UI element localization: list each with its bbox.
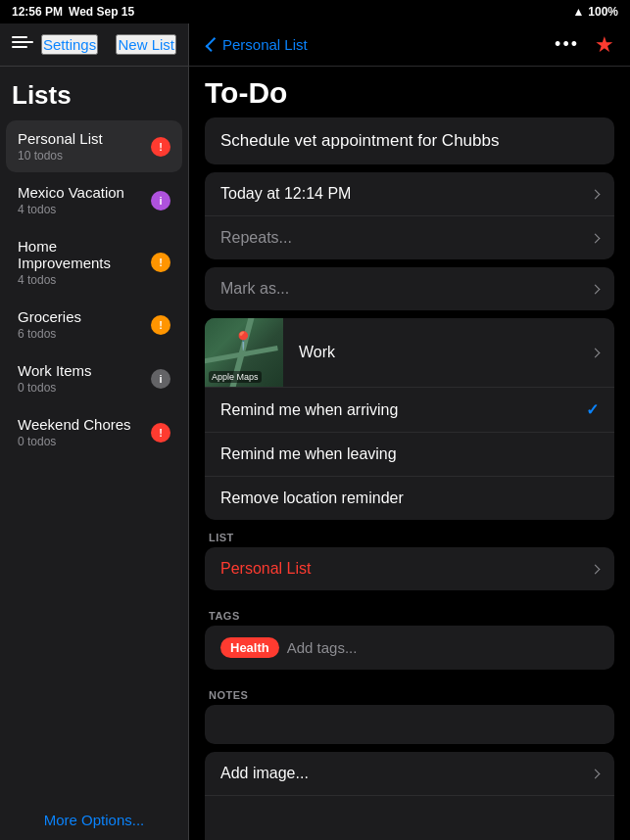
chevron-right-icon	[591, 233, 601, 243]
back-button[interactable]: Personal List	[205, 36, 308, 53]
image-preview-area	[205, 796, 614, 840]
more-options-button[interactable]: More Options...	[0, 800, 188, 840]
battery-icon: 100%	[588, 5, 618, 19]
list-section-header: LIST	[205, 520, 614, 547]
list-item-count: 0 todos	[18, 435, 131, 448]
list-item-name: Mexico Vacation	[18, 184, 124, 201]
sidebar-item-home[interactable]: Home Improvements 4 todos !	[6, 228, 182, 297]
sidebar-title: Lists	[0, 67, 188, 118]
star-button[interactable]: ★	[595, 32, 614, 58]
remind-leaving-label: Remind me when leaving	[220, 445, 397, 463]
remind-leaving-row[interactable]: Remind me when leaving	[205, 433, 614, 477]
list-section-card[interactable]: Personal List	[205, 547, 614, 590]
sidebar-nav: Settings New List	[0, 23, 188, 67]
list-badge: !	[151, 315, 170, 335]
list-item-name: Personal List	[18, 130, 103, 147]
mark-as-row[interactable]: Mark as...	[205, 267, 614, 310]
datetime-label: Today at 12:14 PM	[220, 185, 351, 203]
page-title: To-Do	[205, 76, 614, 110]
status-bar: 12:56 PM Wed Sep 15 ▲ 100%	[0, 0, 630, 23]
detail-content: Schedule vet appointment for Chubbs Toda…	[189, 117, 630, 840]
sidebar-item-groceries[interactable]: Groceries 6 todos !	[6, 299, 182, 350]
list-item-count: 6 todos	[18, 327, 81, 341]
settings-button[interactable]: Settings	[41, 34, 98, 55]
detail-header: Personal List ••• ★	[189, 23, 630, 67]
add-image-row[interactable]: Add image...	[205, 752, 614, 796]
notes-card[interactable]	[205, 705, 614, 744]
list-item-name: Groceries	[18, 308, 81, 325]
list-item-name: Weekend Chores	[18, 416, 131, 433]
chevron-right-icon	[591, 189, 601, 199]
add-tags-button[interactable]: Add tags...	[287, 639, 358, 656]
list-badge: !	[151, 423, 170, 443]
remove-reminder-label: Remove location reminder	[220, 490, 404, 507]
location-name: Work	[283, 344, 592, 361]
main-layout: Settings New List Lists Personal List 10…	[0, 23, 630, 840]
location-options: Remind me when arriving ✓ Remind me when…	[205, 388, 614, 520]
remind-arriving-label: Remind me when arriving	[220, 401, 398, 419]
status-time: 12:56 PM	[12, 5, 63, 19]
location-card: 📍 Apple Maps Work Remind me when arrivin…	[205, 318, 614, 520]
task-title-card[interactable]: Schedule vet appointment for Chubbs	[205, 117, 614, 164]
chevron-right-icon	[591, 564, 601, 574]
chevron-right-icon	[591, 348, 601, 357]
sidebar-item-work[interactable]: Work Items 0 todos i	[6, 352, 182, 404]
list-item-count: 0 todos	[18, 381, 92, 395]
list-name: Personal List	[220, 560, 312, 578]
list-badge: !	[151, 253, 170, 272]
datetime-row[interactable]: Today at 12:14 PM	[205, 172, 614, 216]
map-row[interactable]: 📍 Apple Maps Work	[205, 318, 614, 388]
chevron-left-icon	[206, 37, 220, 52]
wifi-icon: ▲	[572, 5, 584, 19]
list-badge: !	[151, 137, 170, 157]
list-item-name: Home Improvements	[18, 238, 151, 271]
maps-label: Apple Maps	[209, 371, 262, 383]
list-item-count: 4 todos	[18, 203, 124, 216]
mark-as-label: Mark as...	[220, 280, 289, 298]
remove-reminder-row[interactable]: Remove location reminder	[205, 477, 614, 520]
sidebar-nav-left: Settings	[12, 34, 98, 55]
tag-health[interactable]: Health	[220, 637, 279, 658]
remind-arriving-row[interactable]: Remind me when arriving ✓	[205, 388, 614, 433]
chevron-right-icon	[591, 284, 601, 294]
list-section-row[interactable]: Personal List	[205, 547, 614, 590]
ellipsis-button[interactable]: •••	[555, 34, 579, 55]
back-label: Personal List	[222, 36, 308, 53]
mark-as-card: Mark as...	[205, 267, 614, 310]
list-item-name: Work Items	[18, 362, 92, 379]
repeats-label: Repeats...	[220, 229, 292, 247]
list-items: Personal List 10 todos ! Mexico Vacation…	[0, 118, 188, 800]
sidebar-toggle-icon[interactable]	[12, 36, 33, 54]
list-badge: i	[151, 369, 170, 389]
map-pin-icon: 📍	[232, 330, 254, 351]
tags-section-header: TAGS	[205, 598, 614, 626]
detail-panel: Personal List ••• ★ To-Do Schedule vet a…	[189, 23, 630, 840]
sidebar-item-weekend[interactable]: Weekend Chores 0 todos !	[6, 406, 182, 458]
add-image-label: Add image...	[220, 765, 309, 782]
datetime-card: Today at 12:14 PM Repeats...	[205, 172, 614, 259]
map-thumbnail: 📍 Apple Maps	[205, 318, 283, 387]
new-list-button[interactable]: New List	[116, 34, 176, 55]
chevron-right-icon	[591, 769, 601, 778]
repeats-row[interactable]: Repeats...	[205, 216, 614, 259]
sidebar: Settings New List Lists Personal List 10…	[0, 23, 189, 840]
task-title: Schedule vet appointment for Chubbs	[220, 131, 499, 150]
list-badge: i	[151, 191, 170, 210]
detail-title-area: To-Do	[189, 67, 630, 117]
list-item-count: 10 todos	[18, 149, 103, 163]
notes-section-header: NOTES	[205, 677, 614, 705]
checkmark-icon: ✓	[586, 400, 599, 419]
sidebar-item-personal[interactable]: Personal List 10 todos !	[6, 120, 182, 172]
sidebar-item-mexico[interactable]: Mexico Vacation 4 todos i	[6, 174, 182, 226]
add-image-card: Add image...	[205, 752, 614, 840]
tags-card[interactable]: Health Add tags...	[205, 626, 614, 670]
list-item-count: 4 todos	[18, 273, 151, 287]
status-date: Wed Sep 15	[69, 5, 134, 19]
